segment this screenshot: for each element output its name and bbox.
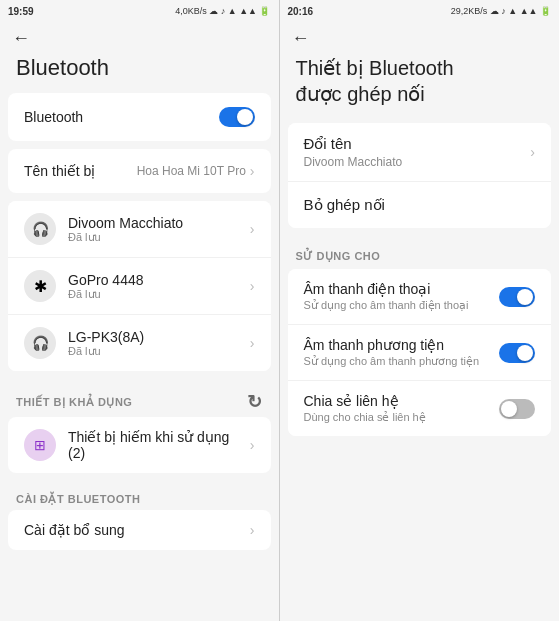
time-left: 19:59: [8, 6, 34, 17]
toggle-label-0: Âm thanh điện thoại: [304, 281, 488, 297]
toggle-sub-0: Sử dụng cho âm thanh điện thoại: [304, 299, 488, 312]
toggle-row-1[interactable]: Âm thanh phương tiện Sử dụng cho âm than…: [288, 325, 552, 381]
right-panel-title: Thiết bị Bluetoothđược ghép nối: [280, 51, 560, 123]
device-name-2: LG-PK3(8A): [68, 329, 238, 345]
paired-devices-section: 🎧 Divoom Macchiato Đã lưu › ✱ GoPro 4448…: [8, 201, 271, 371]
left-panel: 19:59 4,0KB/s ☁ ♪ ▲ ▲▲ 🔋 ← Bluetooth Blu…: [0, 0, 280, 621]
device-status-1: Đã lưu: [68, 288, 238, 301]
device-row-1[interactable]: ✱ GoPro 4448 Đã lưu ›: [8, 258, 271, 315]
settings-label: Cài đặt bổ sung: [24, 522, 238, 538]
right-scroll: Đổi tên Divoom Macchiato › Bỏ ghép nối S…: [280, 123, 560, 621]
toggle-label-2: Chia sẻ liên hệ: [304, 393, 488, 409]
toggle-2[interactable]: [499, 399, 535, 419]
bluetooth-toggle-section: Bluetooth: [8, 93, 271, 141]
available-section-label: THIẾT BỊ KHẢ DỤNG ↻: [0, 379, 279, 417]
rename-sub: Divoom Macchiato: [304, 155, 403, 169]
chevron-2: ›: [250, 335, 255, 351]
toggle-sub-2: Dùng cho chia sẻ liên hệ: [304, 411, 488, 424]
device-info-2: LG-PK3(8A) Đã lưu: [68, 329, 238, 358]
chevron-device-name: ›: [250, 163, 255, 179]
status-text-right: 29,2KB/s ☁ ♪ ▲ ▲▲ 🔋: [451, 6, 551, 16]
chevron-rename: ›: [530, 144, 535, 160]
device-icon-0: 🎧: [24, 213, 56, 245]
settings-section-label: CÀI ĐẶT BLUETOOTH: [0, 481, 279, 510]
settings-row[interactable]: Cài đặt bổ sung ›: [8, 510, 271, 550]
refresh-icon[interactable]: ↻: [247, 391, 263, 413]
chevron-0: ›: [250, 221, 255, 237]
device-name-1: GoPro 4448: [68, 272, 238, 288]
bluetooth-label: Bluetooth: [24, 109, 83, 125]
settings-info: Cài đặt bổ sung: [24, 522, 238, 538]
device-name-label: Tên thiết bị: [24, 163, 95, 179]
unpair-row[interactable]: Bỏ ghép nối: [288, 182, 552, 228]
toggle-row-2[interactable]: Chia sẻ liên hệ Dùng cho chia sẻ liên hệ: [288, 381, 552, 436]
chevron-1: ›: [250, 278, 255, 294]
chevron-available: ›: [250, 437, 255, 453]
available-device-row[interactable]: ⊞ Thiết bị hiếm khi sử dụng (2) ›: [8, 417, 271, 473]
available-devices-section: ⊞ Thiết bị hiếm khi sử dụng (2) ›: [8, 417, 271, 473]
unpair-label: Bỏ ghép nối: [304, 196, 536, 214]
toggle-0[interactable]: [499, 287, 535, 307]
bluetooth-toggle-row[interactable]: Bluetooth: [8, 93, 271, 141]
device-name-row[interactable]: Tên thiết bị Hoa Hoa Mi 10T Pro ›: [8, 149, 271, 193]
time-right: 20:16: [288, 6, 314, 17]
device-icon-2: 🎧: [24, 327, 56, 359]
rename-label: Đổi tên: [304, 135, 403, 153]
available-device-info: Thiết bị hiếm khi sử dụng (2): [68, 429, 238, 461]
status-bar-right: 20:16 29,2KB/s ☁ ♪ ▲ ▲▲ 🔋: [280, 0, 560, 22]
toggle-label-1: Âm thanh phương tiện: [304, 337, 488, 353]
status-bar-left: 19:59 4,0KB/s ☁ ♪ ▲ ▲▲ 🔋: [0, 0, 279, 22]
available-label-text: THIẾT BỊ KHẢ DỤNG: [16, 396, 132, 409]
device-info-0: Divoom Macchiato Đã lưu: [68, 215, 238, 244]
status-icons-left: 4,0KB/s ☁ ♪ ▲ ▲▲ 🔋: [175, 6, 270, 16]
chevron-settings: ›: [250, 522, 255, 538]
device-info-1: GoPro 4448 Đã lưu: [68, 272, 238, 301]
toggle-row-0[interactable]: Âm thanh điện thoại Sử dụng cho âm thanh…: [288, 269, 552, 325]
available-device-name: Thiết bị hiếm khi sử dụng (2): [68, 429, 238, 461]
device-icon-1: ✱: [24, 270, 56, 302]
left-scroll: Bluetooth Tên thiết bị Hoa Hoa Mi 10T Pr…: [0, 93, 279, 621]
usage-section-label: SỬ DỤNG CHO: [280, 236, 560, 269]
device-status-0: Đã lưu: [68, 231, 238, 244]
back-row-left: ←: [0, 22, 279, 51]
device-row-0[interactable]: 🎧 Divoom Macchiato Đã lưu ›: [8, 201, 271, 258]
page-title-left: Bluetooth: [0, 51, 279, 93]
device-row-2[interactable]: 🎧 LG-PK3(8A) Đã lưu ›: [8, 315, 271, 371]
toggle-text-1: Âm thanh phương tiện Sử dụng cho âm than…: [304, 337, 500, 368]
rename-info: Đổi tên Divoom Macchiato: [304, 135, 403, 169]
bluetooth-toggle[interactable]: [219, 107, 255, 127]
toggle-sub-1: Sử dụng cho âm thanh phương tiện: [304, 355, 488, 368]
available-device-icon: ⊞: [24, 429, 56, 461]
rename-section: Đổi tên Divoom Macchiato › Bỏ ghép nối: [288, 123, 552, 228]
status-icons-right: 29,2KB/s ☁ ♪ ▲ ▲▲ 🔋: [451, 6, 551, 16]
device-status-2: Đã lưu: [68, 345, 238, 358]
device-name-value: Hoa Hoa Mi 10T Pro ›: [137, 163, 255, 179]
right-panel: 20:16 29,2KB/s ☁ ♪ ▲ ▲▲ 🔋 ← Thiết bị Blu…: [280, 0, 560, 621]
status-text-left: 4,0KB/s ☁ ♪ ▲ ▲▲ 🔋: [175, 6, 270, 16]
toggle-1[interactable]: [499, 343, 535, 363]
right-title-text: Thiết bị Bluetoothđược ghép nối: [296, 57, 454, 105]
toggle-text-0: Âm thanh điện thoại Sử dụng cho âm thanh…: [304, 281, 500, 312]
settings-section: Cài đặt bổ sung ›: [8, 510, 271, 550]
back-row-right: ←: [280, 22, 560, 51]
back-arrow-left[interactable]: ←: [12, 28, 30, 48]
usage-section: Âm thanh điện thoại Sử dụng cho âm thanh…: [288, 269, 552, 436]
device-name-0: Divoom Macchiato: [68, 215, 238, 231]
rename-row[interactable]: Đổi tên Divoom Macchiato ›: [288, 123, 552, 182]
toggle-text-2: Chia sẻ liên hệ Dùng cho chia sẻ liên hệ: [304, 393, 500, 424]
device-name-section: Tên thiết bị Hoa Hoa Mi 10T Pro ›: [8, 149, 271, 193]
back-arrow-right[interactable]: ←: [292, 28, 310, 48]
